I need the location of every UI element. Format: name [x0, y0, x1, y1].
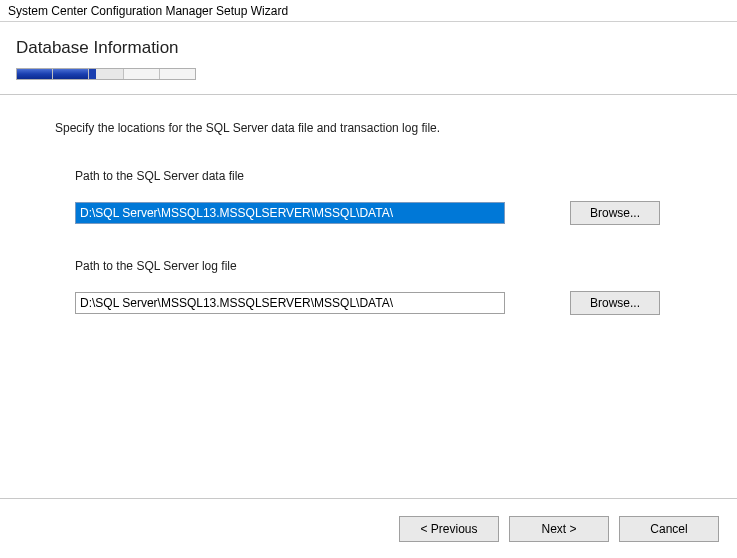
log-file-browse-button[interactable]: Browse...: [570, 291, 660, 315]
data-file-input[interactable]: [75, 202, 505, 224]
data-file-block: Path to the SQL Server data file Browse.…: [75, 169, 697, 225]
data-file-label: Path to the SQL Server data file: [75, 169, 697, 183]
wizard-footer: < Previous Next > Cancel: [0, 498, 737, 558]
log-file-row: Browse...: [75, 291, 697, 315]
progress-seg: [53, 69, 89, 79]
log-file-block: Path to the SQL Server log file Browse..…: [75, 259, 697, 315]
next-button[interactable]: Next >: [509, 516, 609, 542]
page-title: Database Information: [16, 38, 721, 58]
log-file-label: Path to the SQL Server log file: [75, 259, 697, 273]
previous-button[interactable]: < Previous: [399, 516, 499, 542]
instruction-text: Specify the locations for the SQL Server…: [55, 121, 697, 135]
data-file-row: Browse...: [75, 201, 697, 225]
window-title: System Center Configuration Manager Setu…: [8, 4, 288, 18]
wizard-content: Specify the locations for the SQL Server…: [0, 95, 737, 315]
progress-seg: [124, 69, 160, 79]
progress-bar: [16, 68, 196, 80]
wizard-header: Database Information: [0, 22, 737, 90]
progress-seg: [89, 69, 125, 79]
log-file-input[interactable]: [75, 292, 505, 314]
window-titlebar: System Center Configuration Manager Setu…: [0, 0, 737, 22]
data-file-browse-button[interactable]: Browse...: [570, 201, 660, 225]
progress-seg: [17, 69, 53, 79]
cancel-button[interactable]: Cancel: [619, 516, 719, 542]
progress-seg: [160, 69, 195, 79]
